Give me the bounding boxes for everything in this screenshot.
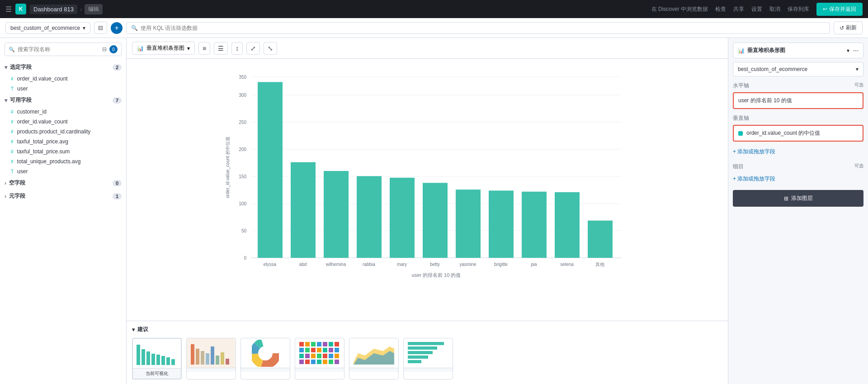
avail-field-products[interactable]: # products.product_id.cardinality <box>0 127 126 137</box>
bar-abd[interactable] <box>291 162 316 258</box>
bar-other[interactable] <box>588 221 613 258</box>
filter-icon: ⊟ <box>102 46 107 52</box>
avail-field-customer-id[interactable]: # customer_id <box>0 107 126 117</box>
dashboard-title[interactable]: Dashboard 813 <box>30 5 77 14</box>
chevron-down-icon[interactable]: ▾ <box>847 47 849 54</box>
filter-options-button[interactable]: ⊟ <box>94 22 107 34</box>
discover-link[interactable]: 在 Discover 中浏览数据 <box>651 5 708 13</box>
svg-text:0: 0 <box>244 256 246 261</box>
suggestion-vertical-bar[interactable] <box>186 338 236 379</box>
svg-text:150: 150 <box>239 174 246 179</box>
bar-chart-icon: 📊 <box>137 45 144 52</box>
available-fields-section[interactable]: ▾ 可用字段 7 <box>0 94 126 107</box>
expand-button[interactable]: ⤢ <box>246 42 260 55</box>
refresh-icon: ↺ <box>840 25 844 31</box>
suggestion-pie[interactable] <box>241 338 290 379</box>
svg-rect-53 <box>317 342 321 346</box>
field-search-container[interactable]: 🔍 ⊟ 0 <box>5 43 122 56</box>
refresh-button[interactable]: ↺ 刷新 <box>834 21 863 34</box>
svg-rect-69 <box>329 354 333 358</box>
avail-field-taxful-avg[interactable]: # taxful_total_price.avg <box>0 137 126 147</box>
field-type-icon: # <box>11 129 14 134</box>
kql-search-bar[interactable]: 🔍 <box>126 22 830 34</box>
chart-type-selector[interactable]: 📊 垂直堆积条形图 ▾ <box>132 42 195 55</box>
svg-rect-83 <box>408 356 428 359</box>
suggestion-current[interactable]: 当前可视化 <box>132 338 182 379</box>
add-filter-button[interactable]: + <box>111 22 123 34</box>
avail-field-taxful-sum[interactable]: # taxful_total_price.sum <box>0 147 126 156</box>
svg-rect-42 <box>211 346 214 365</box>
inspect-link[interactable]: 检查 <box>715 5 726 13</box>
selected-field-order-id[interactable]: # order_id.value_count <box>0 74 126 84</box>
avail-field-total-unique[interactable]: # total_unique_products.avg <box>0 156 126 166</box>
datasource-dropdown[interactable]: best_custom_of_ecommerce ▾ <box>5 22 90 34</box>
more-options-icon[interactable]: ⋯ <box>853 47 859 54</box>
empty-fields-section[interactable]: › 空字段 0 <box>0 176 126 190</box>
svg-rect-70 <box>335 354 339 358</box>
horizontal-axis-field[interactable]: user 的排名前 10 的值 <box>733 92 863 109</box>
bar-rabbia[interactable] <box>357 176 382 258</box>
svg-rect-55 <box>329 342 333 346</box>
kql-input[interactable] <box>141 25 825 31</box>
field-search-input[interactable] <box>18 46 99 52</box>
compress-button[interactable]: ⤡ <box>264 42 277 55</box>
bar-pia[interactable] <box>522 192 547 258</box>
svg-text:wilhemina: wilhemina <box>326 262 346 267</box>
chevron-right-icon: › <box>5 193 6 199</box>
bar-selena[interactable] <box>555 192 580 258</box>
add-vertical-field[interactable]: + 添加或拖放字段 <box>733 146 863 157</box>
svg-rect-75 <box>323 360 327 364</box>
bar-mary[interactable] <box>390 178 415 258</box>
add-breakdown-field[interactable]: + 添加或拖放字段 <box>733 173 863 185</box>
suggestion-thumb-current <box>133 339 181 368</box>
svg-text:rabbia: rabbia <box>363 262 375 267</box>
selected-fields-label: 选定字段 <box>10 63 32 71</box>
suggestion-thumb-area <box>349 338 398 368</box>
suggestion-area[interactable] <box>349 338 399 379</box>
arrows-v-button[interactable]: ↕ <box>231 42 243 55</box>
suggestion-heatmap[interactable] <box>295 338 344 379</box>
field-type-icon: T <box>11 86 14 91</box>
settings-link[interactable]: 设置 <box>751 5 762 13</box>
avail-field-order-id[interactable]: # order_id.value_count <box>0 117 126 127</box>
svg-rect-67 <box>317 354 321 358</box>
bar-betty[interactable] <box>423 183 448 258</box>
list-button[interactable]: ☰ <box>214 42 228 55</box>
filter-icon: ⊟ <box>98 24 103 31</box>
selected-fields-section[interactable]: ▾ 选定字段 2 <box>0 61 126 74</box>
meta-fields-section[interactable]: › 元字段 1 <box>0 190 126 203</box>
hamburger-menu[interactable]: ☰ <box>5 5 12 14</box>
field-color-indicator <box>738 131 743 136</box>
suggestion-label-area <box>349 368 398 372</box>
share-link[interactable]: 共享 <box>733 5 744 13</box>
available-count-badge: 7 <box>113 97 122 104</box>
save-to-library-button[interactable]: 保存到库 <box>788 5 809 13</box>
suggestion-thumb-hbar <box>404 338 453 368</box>
suggestion-hbar[interactable] <box>403 338 453 379</box>
vertical-axis-title: 垂直轴 <box>733 114 863 122</box>
svg-text:50: 50 <box>241 228 247 233</box>
add-layer-button[interactable]: ⊞ 添加图层 <box>733 190 863 207</box>
align-left-button[interactable]: ≡ <box>198 42 210 55</box>
cancel-button[interactable]: 取消 <box>769 5 780 13</box>
empty-fields-label: 空字段 <box>9 179 25 187</box>
bar-chart-icon: 📊 <box>738 47 745 54</box>
panel-chart-type[interactable]: 📊 垂直堆积条形图 ▾ ⋯ <box>733 43 863 58</box>
bar-wilhemina[interactable] <box>324 171 349 258</box>
avail-field-user[interactable]: T user <box>0 166 126 176</box>
bar-elyssa[interactable] <box>258 82 283 258</box>
panel-datasource[interactable]: best_custom_of_ecommerce ▾ <box>733 62 863 76</box>
save-return-button[interactable]: ↩ 保存并返回 <box>816 3 863 16</box>
datasource-name: best_custom_of_ecommerce <box>738 66 807 72</box>
bar-brigitte[interactable] <box>489 190 514 258</box>
svg-rect-36 <box>166 357 170 365</box>
bar-yasmine[interactable] <box>456 190 481 258</box>
vertical-axis-field[interactable]: order_id.value_count 的中位值 <box>733 125 863 142</box>
field-type-icon: # <box>11 76 14 81</box>
selected-field-user[interactable]: T user <box>0 84 126 94</box>
suggestion-thumb-pie <box>241 338 290 368</box>
svg-rect-40 <box>201 351 204 365</box>
suggestions-header[interactable]: ▾ 建议 <box>132 326 722 333</box>
svg-text:mary: mary <box>397 262 407 267</box>
svg-rect-73 <box>311 360 316 364</box>
